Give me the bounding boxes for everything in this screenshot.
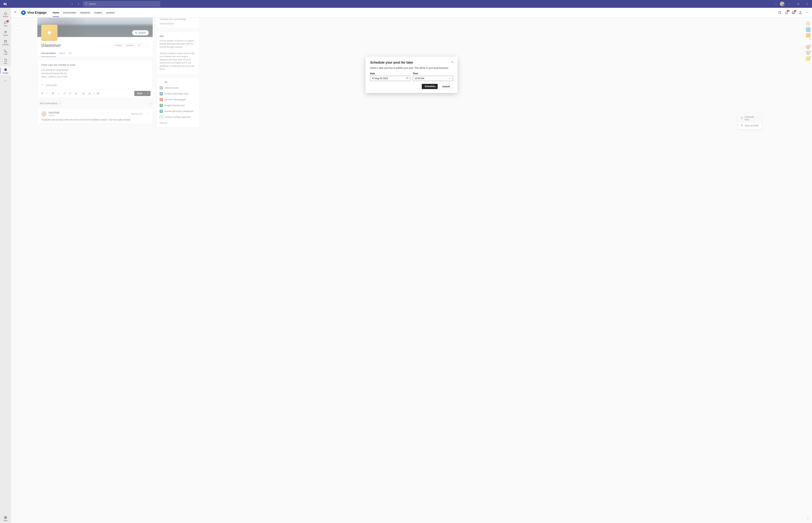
cursor-indicator: [434, 85, 437, 88]
nav-back-button[interactable]: [69, 1, 75, 6]
svg-point-17: [779, 11, 781, 14]
calendar-icon: [406, 77, 409, 80]
schedule-post-dialog: Schedule your post for later Select a da…: [366, 57, 457, 93]
time-label: Time: [413, 72, 453, 75]
rail-label: Activity: [3, 16, 8, 17]
rail-label: Store: [4, 520, 7, 522]
files-icon: [4, 58, 7, 62]
svg-rect-16: [6, 518, 7, 519]
dialog-title: Schedule your post for later: [370, 61, 453, 65]
svg-point-7: [5, 31, 6, 32]
notif-badge: 12: [787, 10, 790, 12]
viva-engage-logo[interactable]: Viva Engage: [21, 11, 47, 15]
global-search[interactable]: [83, 1, 160, 6]
rail-label: Files: [4, 62, 7, 65]
window-maximize-button[interactable]: [794, 1, 802, 6]
engage-header: Viva Engage Home Communities Storylines …: [11, 8, 812, 18]
svg-rect-15: [4, 518, 5, 519]
more-icon: [4, 79, 7, 83]
rail-engage[interactable]: Engage: [0, 66, 11, 75]
search-input[interactable]: [89, 3, 158, 5]
nav-home[interactable]: Home: [53, 8, 59, 17]
rail-teams[interactable]: Teams: [0, 29, 11, 38]
bell-icon: [4, 11, 7, 15]
svg-rect-13: [4, 516, 5, 517]
svg-point-20: [807, 12, 808, 13]
hamburger-button[interactable]: [14, 11, 18, 15]
nav-communities[interactable]: Communities: [63, 8, 76, 17]
dialog-close-button[interactable]: [450, 60, 454, 64]
engage-nav: Home Communities Storylines Leaders Answ…: [53, 8, 115, 17]
teams-logo-icon: [3, 1, 8, 6]
svg-point-21: [808, 12, 808, 13]
user-avatar[interactable]: [780, 2, 784, 6]
svg-rect-18: [792, 12, 795, 14]
rail-chat[interactable]: 1 Chat: [0, 19, 11, 28]
phone-icon: [4, 49, 7, 53]
svg-rect-6: [797, 3, 799, 4]
svg-rect-40: [407, 77, 408, 79]
date-value: Fri Aug 30 2023: [372, 77, 388, 80]
svg-point-10: [4, 80, 5, 81]
rail-label: Calls: [4, 53, 7, 55]
people-icon: [4, 30, 7, 34]
rail-calls[interactable]: Calls: [0, 47, 11, 56]
rail-label: Calendar: [2, 44, 9, 46]
nav-leaders[interactable]: Leaders: [94, 8, 102, 17]
time-input[interactable]: 12:00 AM: [413, 76, 453, 81]
rail-calendar[interactable]: Calendar: [0, 38, 11, 47]
svg-point-5: [777, 4, 777, 4]
time-value: 12:00 AM: [415, 77, 424, 80]
header-more-button[interactable]: [805, 11, 809, 15]
rail-files[interactable]: Files: [0, 57, 11, 66]
header-search-button[interactable]: [778, 11, 782, 15]
chevron-down-icon: [449, 77, 451, 80]
nav-answers[interactable]: Answers: [106, 8, 115, 17]
header-notifications-button[interactable]: 12: [785, 11, 789, 15]
engage-body: Joined Glammer Private General: [11, 18, 812, 523]
window-close-button[interactable]: [803, 1, 811, 6]
svg-point-3: [775, 4, 775, 4]
store-icon: [4, 516, 7, 519]
nav-forward-button[interactable]: [76, 1, 81, 6]
svg-rect-14: [6, 516, 7, 517]
svg-point-19: [806, 12, 807, 13]
engage-icon: [4, 68, 7, 72]
svg-point-1: [5, 3, 6, 4]
inbox-badge: 5: [794, 10, 796, 12]
rail-label: Teams: [3, 34, 8, 36]
svg-point-4: [776, 4, 776, 4]
dialog-subtitle: Select a date and time to publish your p…: [370, 67, 453, 69]
svg-rect-9: [4, 40, 7, 43]
titlebar-more-button[interactable]: [773, 1, 779, 6]
engage-app: Viva Engage Home Communities Storylines …: [11, 8, 812, 523]
search-icon: [85, 2, 88, 5]
calendar-icon: [4, 40, 7, 43]
brand-text: Viva Engage: [27, 11, 47, 15]
date-label: Date: [370, 72, 410, 75]
svg-point-11: [5, 80, 6, 81]
schedule-button[interactable]: Schedule: [422, 84, 438, 89]
rail-more-button[interactable]: [0, 76, 11, 85]
modal-overlay[interactable]: Schedule your post for later Select a da…: [11, 18, 812, 523]
rail-activity[interactable]: Activity: [0, 10, 11, 19]
app-rail: Activity 1 Chat Teams Calendar Calls Fil…: [0, 8, 11, 523]
rail-store[interactable]: Store: [0, 514, 11, 523]
svg-point-12: [6, 80, 7, 81]
header-share-button[interactable]: [798, 11, 802, 15]
nav-storylines[interactable]: Storylines: [80, 8, 90, 17]
date-input[interactable]: Fri Aug 30 2023: [370, 76, 410, 81]
chat-badge: 1: [6, 20, 9, 22]
svg-rect-0: [4, 3, 5, 4]
svg-point-8: [6, 31, 7, 32]
rail-label: Engage: [3, 72, 8, 74]
cancel-button[interactable]: Cancel: [439, 84, 453, 89]
rail-label: Chat: [4, 25, 7, 27]
window-minimize-button[interactable]: [786, 1, 793, 6]
header-inbox-button[interactable]: 5: [792, 11, 795, 15]
titlebar: [0, 0, 812, 8]
svg-point-2: [85, 3, 87, 4]
viva-icon: [21, 11, 25, 15]
